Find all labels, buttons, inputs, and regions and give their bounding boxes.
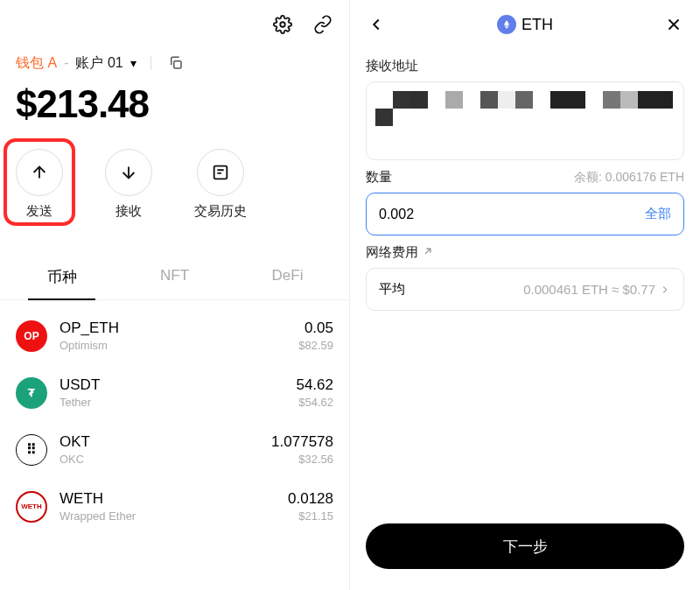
address-label: 接收地址 bbox=[366, 58, 684, 74]
balance-display: 余额: 0.006176 ETH bbox=[574, 170, 684, 186]
chevron-down-icon: ▾ bbox=[130, 56, 136, 70]
account-name: 账户 01 bbox=[75, 54, 122, 73]
svg-point-0 bbox=[280, 22, 285, 27]
token-symbol: WETH bbox=[60, 490, 288, 508]
token-icon: OP bbox=[16, 320, 47, 352]
history-icon bbox=[211, 163, 230, 182]
copy-icon[interactable] bbox=[165, 53, 186, 74]
token-chain: Optimism bbox=[60, 339, 298, 352]
eth-icon bbox=[497, 15, 516, 34]
wallet-selector[interactable]: 钱包 A - 账户 01 ▾ bbox=[0, 49, 349, 74]
token-chain: Wrapped Ether bbox=[60, 509, 288, 523]
external-link-icon bbox=[422, 245, 434, 260]
tab-tokens[interactable]: 币种 bbox=[5, 255, 118, 299]
wallet-name: 钱包 A bbox=[16, 54, 57, 73]
token-fiat: $32.56 bbox=[271, 453, 333, 466]
token-chain: OKC bbox=[60, 453, 271, 466]
token-row[interactable]: ⠿ OKT OKC 1.077578 $32.56 bbox=[16, 421, 333, 478]
token-fiat: $82.59 bbox=[298, 339, 333, 352]
send-label: 发送 bbox=[26, 203, 52, 220]
token-fiat: $21.15 bbox=[288, 509, 333, 523]
token-row[interactable]: ₮ USDT Tether 54.62 $54.62 bbox=[16, 364, 333, 421]
send-button[interactable]: 发送 bbox=[16, 149, 63, 220]
settings-icon[interactable] bbox=[272, 14, 293, 35]
history-button[interactable]: 交易历史 bbox=[194, 149, 247, 220]
back-button[interactable] bbox=[366, 14, 387, 35]
arrow-up-icon bbox=[30, 163, 49, 182]
max-button[interactable]: 全部 bbox=[645, 206, 671, 222]
link-icon[interactable] bbox=[312, 14, 333, 35]
total-balance: $213.48 bbox=[0, 74, 349, 126]
close-button[interactable] bbox=[663, 14, 684, 35]
token-icon: ⠿ bbox=[16, 434, 47, 466]
token-fiat: $54.62 bbox=[296, 396, 333, 409]
token-row[interactable]: OP OP_ETH Optimism 0.05 $82.59 bbox=[16, 307, 333, 364]
token-amount: 54.62 bbox=[296, 376, 333, 394]
amount-input[interactable] bbox=[379, 207, 584, 222]
next-button[interactable]: 下一步 bbox=[366, 523, 684, 569]
token-amount: 0.05 bbox=[298, 320, 333, 337]
fee-value: 0.000461 ETH ≈ $0.77 bbox=[523, 282, 655, 297]
token-amount: 0.0128 bbox=[288, 490, 333, 508]
address-input[interactable] bbox=[366, 81, 684, 160]
receive-label: 接收 bbox=[116, 203, 142, 220]
receive-button[interactable]: 接收 bbox=[105, 149, 152, 220]
fee-selector[interactable]: 平均 0.000461 ETH ≈ $0.77 bbox=[366, 268, 684, 311]
amount-label: 数量 bbox=[366, 169, 392, 186]
token-row[interactable]: WETH WETH Wrapped Ether 0.0128 $21.15 bbox=[16, 478, 333, 535]
chevron-right-icon bbox=[659, 284, 671, 296]
svg-rect-1 bbox=[173, 61, 180, 68]
token-chain: Tether bbox=[60, 396, 296, 409]
token-symbol: OP_ETH bbox=[60, 320, 298, 337]
token-icon: ₮ bbox=[16, 377, 47, 409]
address-redacted bbox=[375, 91, 675, 126]
tab-defi[interactable]: DeFi bbox=[231, 255, 344, 299]
token-symbol: OKT bbox=[60, 433, 271, 451]
token-icon: WETH bbox=[16, 491, 47, 523]
fee-label: 网络费用 bbox=[366, 244, 418, 261]
arrow-down-icon bbox=[119, 163, 138, 182]
tab-nft[interactable]: NFT bbox=[118, 255, 231, 299]
history-label: 交易历史 bbox=[194, 203, 247, 220]
token-symbol: USDT bbox=[60, 376, 296, 394]
fee-speed: 平均 bbox=[379, 281, 405, 298]
token-amount: 1.077578 bbox=[271, 433, 333, 451]
page-title: ETH bbox=[497, 15, 553, 34]
token-list: OP OP_ETH Optimism 0.05 $82.59 ₮ USDT Te… bbox=[0, 300, 349, 535]
